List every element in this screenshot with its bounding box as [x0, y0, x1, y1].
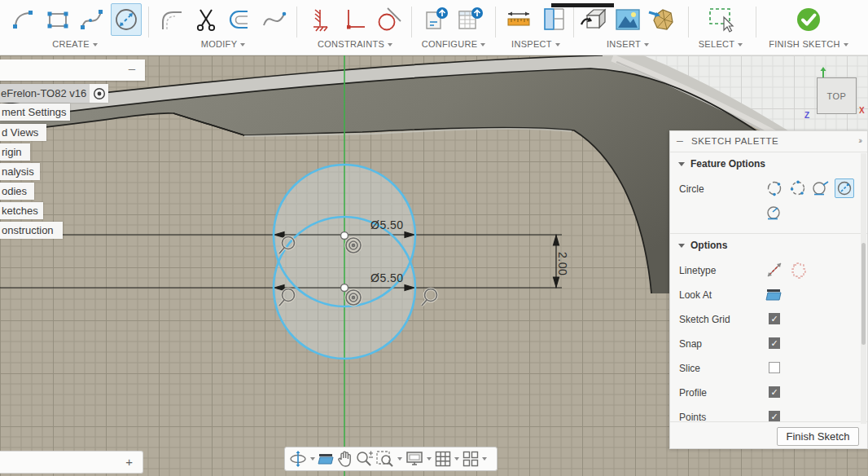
finish-sketch-palette-button[interactable]: Finish Sketch	[777, 427, 859, 446]
palette-divider	[670, 421, 867, 422]
chevron-down-icon	[388, 43, 392, 46]
toolbar-group-modify: MODIFY	[155, 2, 292, 54]
center-diameter-circle-icon[interactable]	[765, 178, 784, 198]
scrollbar-thumb[interactable]	[861, 243, 866, 345]
fit-curve-tool[interactable]	[259, 3, 290, 36]
options-header[interactable]: Options	[678, 240, 727, 251]
insert-canvas-tool[interactable]	[612, 3, 643, 36]
model-canvas[interactable]: Ø5.50 Ø5.50 2.00 – eFrelon-TO82 v16 ment…	[0, 55, 868, 476]
palette-header[interactable]: – SKETCH PALETTE ››	[670, 131, 867, 152]
slice-checkbox[interactable]	[769, 362, 780, 373]
perpendicular-constraint-tool[interactable]	[340, 3, 370, 36]
circle-diameter-tool[interactable]	[111, 3, 142, 36]
browser-item-document-settings[interactable]: ment Settings	[0, 104, 70, 121]
chevron-down-icon[interactable]	[454, 457, 459, 461]
toolbar-divider	[573, 7, 574, 37]
insert-mesh-tool[interactable]	[647, 3, 677, 36]
chevron-down-icon	[480, 43, 485, 46]
browser-item-analysis[interactable]: nalysis	[0, 163, 40, 180]
modify-group-label[interactable]: MODIFY	[155, 39, 292, 49]
toolbar-group-configure: CONFIGURE	[416, 2, 491, 54]
look-at-icon[interactable]	[765, 284, 784, 304]
two-point-circle-icon[interactable]	[788, 178, 808, 198]
finish-sketch-group-label[interactable]: FINISH SKETCH	[761, 39, 857, 49]
two-point-line-tool[interactable]	[8, 3, 39, 36]
trim-tool[interactable]	[191, 3, 221, 36]
create-group-label[interactable]: CREATE	[5, 39, 145, 49]
two-tangent-circle-icon[interactable]	[835, 178, 854, 198]
sketch-grid-checkbox[interactable]: ✓	[769, 313, 780, 324]
look-at-label: Look At	[679, 289, 712, 301]
browser-item-construction[interactable]: onstruction	[0, 222, 63, 239]
document-title[interactable]: eFrelon-TO82 v16	[0, 84, 90, 103]
zoom-window-icon[interactable]	[375, 448, 395, 469]
add-milestone-icon[interactable]: +	[125, 455, 133, 469]
browser-item-named-views[interactable]: d Views	[0, 124, 46, 141]
orbit-icon[interactable]	[288, 448, 308, 469]
timeline-bar[interactable]: +	[0, 451, 143, 474]
activate-radio-icon[interactable]	[90, 84, 108, 103]
finish-sketch-button[interactable]	[793, 3, 824, 36]
viewports-icon[interactable]	[462, 448, 480, 469]
insert-group-label[interactable]: INSERT	[576, 39, 679, 49]
toolbar-group-finish-sketch: FINISH SKETCH	[761, 2, 857, 54]
minimize-icon[interactable]: –	[129, 61, 135, 75]
insert-derive-tool[interactable]	[578, 3, 609, 36]
configuration-tool[interactable]	[421, 3, 452, 36]
viewcube-top-face[interactable]: TOP	[827, 91, 847, 101]
feature-options-header[interactable]: Feature Options	[678, 158, 765, 170]
browser-item-sketches[interactable]: ketches	[0, 202, 43, 219]
three-tangent-circle-icon[interactable]	[765, 203, 784, 223]
slice-label: Slice	[679, 363, 700, 374]
configuration-table-tool[interactable]	[455, 3, 486, 36]
tangent-constraint-tool[interactable]	[374, 3, 405, 36]
toolbar-group-insert: INSERT	[576, 2, 679, 54]
chevron-down-icon	[240, 43, 245, 46]
snap-checkbox[interactable]: ✓	[769, 337, 780, 349]
chevron-down-icon[interactable]	[310, 457, 315, 461]
spline-tool[interactable]	[77, 3, 107, 36]
dimension-distance[interactable]: 2.00	[556, 252, 569, 275]
toolbar-divider	[296, 7, 297, 37]
rectangle-tool[interactable]	[42, 3, 73, 36]
chevron-down-icon	[644, 43, 649, 46]
chevron-down-icon[interactable]	[427, 457, 432, 461]
configure-group-label[interactable]: CONFIGURE	[416, 39, 491, 49]
zoom-icon[interactable]	[355, 448, 375, 469]
dimension-circle2[interactable]: Ø5.50	[370, 271, 404, 284]
sketch-grid-label: Sketch Grid	[679, 314, 730, 325]
grid-settings-icon[interactable]	[434, 448, 452, 469]
pan-icon[interactable]	[336, 448, 354, 469]
fillet-tool[interactable]	[156, 3, 187, 36]
construction-linetype-icon[interactable]	[765, 260, 784, 280]
three-point-circle-icon[interactable]	[811, 178, 831, 198]
browser-item-origin[interactable]: rigin	[0, 143, 30, 161]
profile-label: Profile	[679, 387, 707, 399]
browser-item-bodies[interactable]: odies	[0, 183, 34, 200]
browser-item-document[interactable]: eFrelon-TO82 v16	[0, 84, 108, 103]
select-group-label[interactable]: SELECT	[694, 39, 747, 49]
window-select-tool[interactable]	[705, 3, 736, 36]
viewcube[interactable]: TOP	[817, 77, 857, 114]
display-settings-icon[interactable]	[405, 448, 424, 469]
profile-checkbox[interactable]: ✓	[769, 386, 780, 398]
chevron-down-icon[interactable]	[397, 457, 402, 461]
fix-constraint-tool[interactable]	[305, 3, 336, 36]
expand-right-icon[interactable]: ››	[858, 136, 861, 145]
measure-tool[interactable]	[503, 3, 534, 36]
constraints-group-label[interactable]: CONSTRAINTS	[303, 39, 407, 49]
points-checkbox[interactable]: ✓	[769, 411, 780, 422]
toolbar-divider	[148, 7, 149, 37]
browser-header-bar[interactable]: –	[0, 60, 145, 81]
centerline-linetype-icon[interactable]	[788, 260, 808, 280]
look-at-nav-icon[interactable]	[318, 448, 335, 469]
dimension-circle1[interactable]: Ø5.50	[370, 218, 404, 231]
toolbar-divider	[688, 7, 689, 37]
section-analysis-tool[interactable]	[537, 3, 568, 36]
sketch-palette: – SKETCH PALETTE ›› Feature Options Circ…	[669, 130, 868, 449]
palette-scrollbar[interactable]	[861, 153, 866, 424]
collapse-icon[interactable]: –	[677, 134, 683, 147]
chevron-down-icon[interactable]	[482, 457, 487, 461]
inspect-group-label[interactable]: INSPECT	[500, 39, 572, 49]
offset-tool[interactable]	[225, 3, 256, 36]
